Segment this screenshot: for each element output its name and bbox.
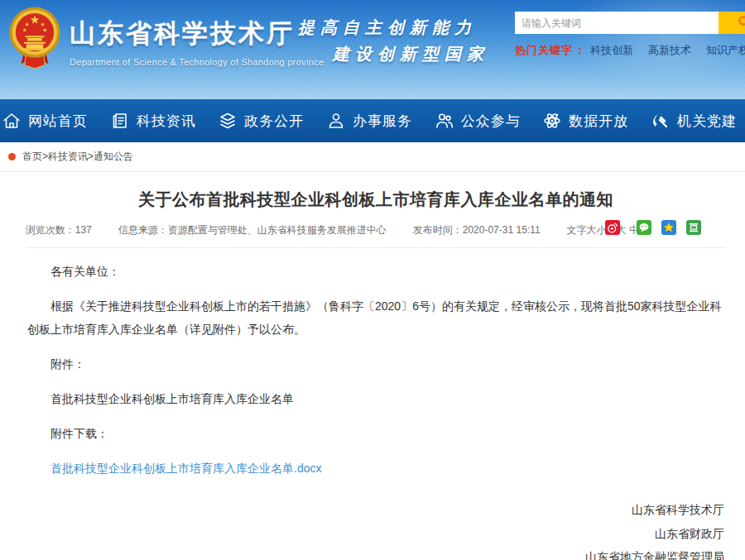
home-icon	[2, 111, 22, 131]
site-title: 山东省科学技术厅	[70, 17, 324, 51]
search-area: 热门关键字 ： 科技创新 高新技术 知识产权	[515, 12, 745, 58]
article-meta: 浏览次数：137 信息来源：资源配置与管理处、山东省科技服务发展推进中心 发布时…	[27, 223, 724, 237]
source-value: 资源配置与管理处、山东省科技服务发展推进中心	[168, 224, 387, 236]
site-header: 山东省科学技术厅 Department of Science & Technol…	[0, 0, 745, 99]
article-body: 各有关单位： 根据《关于推进科技型企业科创板上市的若干措施》（鲁科字〔2020〕…	[27, 260, 724, 480]
main-nav: 网站首页 科技资讯 政务公开 办事服务 公众参与	[0, 99, 745, 142]
font-size-control[interactable]: 文字大小：大 中 小	[567, 223, 727, 237]
news-icon	[110, 111, 130, 131]
nav-item-home[interactable]: 网站首页	[2, 111, 88, 131]
slogan-line1: 提高自主创新能力	[298, 17, 489, 39]
site-title-en: Department of Science & Technology of Sh…	[70, 57, 324, 67]
nav-item-label: 办事服务	[353, 112, 412, 131]
attachment-label: 附件：	[27, 352, 724, 376]
atom-icon	[542, 111, 562, 131]
nav-item-public-participation[interactable]: 公众参与	[435, 111, 521, 131]
douban-icon[interactable]	[686, 220, 701, 235]
breadcrumb[interactable]: 首页>科技资讯>通知公告	[22, 150, 133, 164]
article: 关于公布首批科技型企业科创板上市培育库入库企业名单的通知 浏览次数：137 信息…	[0, 189, 745, 560]
banner-slogan: 提高自主创新能力 建设创新型国家	[298, 17, 489, 65]
weibo-icon[interactable]	[605, 220, 620, 235]
salutation: 各有关单位：	[27, 260, 724, 283]
signature-block: 山东省科学技术厅 山东省财政厅 山东省地方金融监督管理局 国家税务总局山东省税务…	[27, 498, 724, 560]
breadcrumb-bar: 首页>科技资讯>通知公告	[0, 142, 745, 172]
search-icon	[738, 16, 745, 26]
nav-item-open-data[interactable]: 数据开放	[542, 111, 628, 131]
views-label: 浏览次数：	[26, 224, 75, 236]
hot-keywords-row: 热门关键字 ： 科技创新 高新技术 知识产权	[515, 43, 745, 58]
nav-item-label: 公众参与	[461, 112, 521, 131]
hot-keyword-link-tech-innovation[interactable]: 科技创新	[590, 43, 633, 58]
hot-keyword-link-ip[interactable]: 知识产权	[706, 43, 745, 58]
nav-item-label: 机关党建	[677, 112, 737, 131]
search-button[interactable]	[719, 12, 745, 34]
source-label: 信息来源：	[118, 224, 168, 236]
slogan-line2: 建设创新型国家	[298, 43, 489, 65]
party-icon	[651, 111, 670, 131]
nav-item-news[interactable]: 科技资讯	[110, 111, 196, 131]
hot-keywords-label: 热门关键字	[515, 43, 573, 58]
qzone-icon[interactable]	[661, 220, 676, 235]
body-paragraph: 根据《关于推进科技型企业科创板上市的若干措施》（鲁科字〔2020〕6号）的有关规…	[27, 294, 724, 341]
attachment-download-link[interactable]: 首批科技型企业科创板上市培育库入库企业名单.docx	[50, 462, 321, 475]
signature-line: 山东省财政厅	[27, 522, 724, 546]
breadcrumb-dot-icon	[8, 153, 16, 160]
signature-line: 山东省地方金融监督管理局	[27, 545, 724, 560]
views-count: 137	[75, 224, 92, 236]
views-field: 浏览次数：137	[26, 223, 92, 237]
nav-item-label: 数据开放	[569, 112, 628, 131]
nav-item-party-building[interactable]: 机关党建	[651, 111, 737, 131]
page-title: 关于公布首批科技型企业科创板上市培育库入库企业名单的通知	[27, 189, 724, 211]
nav-item-label: 政务公开	[244, 112, 304, 131]
person-icon	[326, 111, 346, 131]
meta-divider	[27, 247, 724, 248]
nav-item-label: 网站首页	[28, 112, 88, 131]
nav-item-label: 科技资讯	[137, 112, 196, 131]
national-emblem-logo	[7, 5, 63, 71]
search-input[interactable]	[515, 12, 719, 34]
nav-item-services[interactable]: 办事服务	[326, 111, 412, 131]
publish-label: 发布时间：	[413, 224, 463, 236]
signature-line: 山东省科学技术厅	[27, 498, 724, 522]
hot-keywords-colon: ：	[574, 43, 585, 58]
people-icon	[435, 111, 454, 131]
download-label: 附件下载：	[27, 422, 724, 445]
nav-item-gov-affairs[interactable]: 政务公开	[218, 111, 304, 131]
hot-keyword-link-high-tech[interactable]: 高新技术	[648, 43, 691, 58]
layers-icon	[218, 111, 238, 131]
brand-block[interactable]: 山东省科学技术厅 Department of Science & Technol…	[7, 5, 324, 71]
page: 山东省科学技术厅 Department of Science & Technol…	[0, 0, 745, 560]
attachment-name: 首批科技型企业科创板上市培育库入库企业名单	[27, 387, 724, 410]
publish-field: 发布时间：2020-07-31 15:11	[413, 223, 541, 237]
wechat-icon[interactable]	[637, 220, 651, 235]
source-field: 信息来源：资源配置与管理处、山东省科技服务发展推进中心	[118, 223, 387, 237]
publish-time: 2020-07-31 15:11	[463, 224, 541, 236]
